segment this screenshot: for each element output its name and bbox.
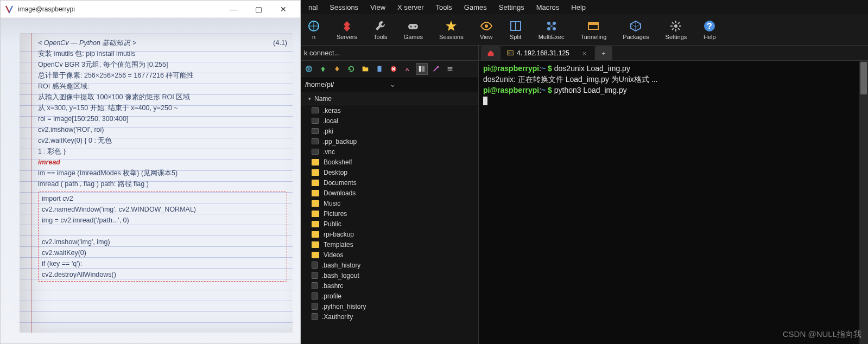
file-item[interactable]: Documents xyxy=(301,177,478,188)
menu-nal[interactable]: nal xyxy=(303,2,323,12)
menu-x-server[interactable]: X server xyxy=(392,2,429,12)
split-icon xyxy=(509,20,522,33)
file-item[interactable]: rpi-backup xyxy=(301,229,478,239)
folder-icon xyxy=(312,252,319,258)
menu-settings[interactable]: Settings xyxy=(493,2,530,12)
toolbtn-help[interactable]: ?Help xyxy=(700,18,719,41)
file-icon xyxy=(312,303,318,310)
file-item[interactable]: .profile xyxy=(301,291,478,301)
file-item[interactable]: Bookshelf xyxy=(301,157,478,167)
sftp-font-icon[interactable]: A xyxy=(402,63,414,75)
folder-icon xyxy=(312,128,319,134)
tab-add[interactable]: ＋ xyxy=(595,46,612,60)
sftp-refresh-icon[interactable] xyxy=(345,63,357,75)
toolbtn-packages[interactable]: Packages xyxy=(619,18,652,41)
toolbtn-settings[interactable]: Settings xyxy=(662,18,690,41)
mobaxterm-window: nalSessionsViewX serverToolsGamesSetting… xyxy=(301,0,868,344)
svg-rect-12 xyxy=(588,23,598,25)
svg-rect-28 xyxy=(508,51,514,55)
tab-ssh-session[interactable]: 4. 192.168.31.125 × xyxy=(502,46,594,60)
file-item[interactable]: Templates xyxy=(301,239,478,250)
toolbtn-multiexec[interactable]: MultiExec xyxy=(535,18,568,41)
svg-rect-23 xyxy=(422,66,425,72)
toolbtn-tunneling[interactable]: Tunneling xyxy=(577,18,610,41)
file-item[interactable]: Pictures xyxy=(301,208,478,219)
file-name: .local xyxy=(323,117,338,125)
file-name: Public xyxy=(324,220,341,228)
sftp-path-text: /home/pi/ xyxy=(305,80,387,88)
sftp-up-icon[interactable] xyxy=(317,63,329,75)
close-button[interactable]: ✕ xyxy=(271,1,296,18)
toolbtn-games[interactable]: Games xyxy=(401,18,426,41)
svg-point-13 xyxy=(674,24,677,28)
maximize-button[interactable]: ▢ xyxy=(246,1,271,18)
file-item[interactable]: Desktop xyxy=(301,167,478,177)
sftp-path[interactable]: /home/pi/ ⌄ xyxy=(301,77,478,92)
menu-tools[interactable]: Tools xyxy=(430,2,457,12)
file-name: .pki xyxy=(323,128,333,135)
svg-rect-25 xyxy=(448,67,453,67)
terminal-output[interactable]: pi@raspberrypi:~ $ dos2unix Load_img.pyd… xyxy=(479,61,868,344)
image-viewer-title: image@raspberrypi xyxy=(18,5,221,13)
file-item[interactable]: .local xyxy=(301,116,478,126)
file-item[interactable]: .pp_backup xyxy=(301,136,478,146)
toolbtn-sessions[interactable]: Sessions xyxy=(436,18,467,41)
tab-home[interactable] xyxy=(481,46,500,60)
toolbtn-servers[interactable]: Servers xyxy=(333,18,360,41)
folder-icon xyxy=(312,180,319,186)
file-item[interactable]: .bash_history xyxy=(301,260,478,270)
sftp-globe-icon[interactable] xyxy=(303,63,315,75)
sessions-icon xyxy=(445,20,458,33)
menu-games[interactable]: Games xyxy=(459,2,492,12)
toolbtn-split[interactable]: Split xyxy=(506,18,525,41)
file-item[interactable]: .pki xyxy=(301,126,478,136)
sftp-delete-icon[interactable] xyxy=(388,63,400,75)
menu-view[interactable]: View xyxy=(365,2,391,12)
svg-point-3 xyxy=(415,26,416,27)
toolbtn-tools[interactable]: Tools xyxy=(370,18,391,41)
sftp-newfolder-icon[interactable] xyxy=(359,63,371,75)
sftp-wand-icon[interactable] xyxy=(430,63,442,75)
terminal-tabbar: 4. 192.168.31.125 × ＋ xyxy=(479,46,868,61)
path-dropdown-icon[interactable]: ⌄ xyxy=(387,80,474,88)
file-item[interactable]: .python_history xyxy=(301,301,478,311)
sftp-view-icon[interactable] xyxy=(416,63,428,75)
file-item[interactable]: Music xyxy=(301,198,478,208)
file-item[interactable]: Downloads xyxy=(301,188,478,198)
toolbtn-view[interactable]: View xyxy=(477,18,496,41)
toolbtn-n[interactable]: n xyxy=(304,18,324,41)
file-item[interactable]: .keras xyxy=(301,105,478,116)
menu-macros[interactable]: Macros xyxy=(531,2,565,12)
folder-icon xyxy=(312,221,319,227)
file-name: Videos xyxy=(324,251,343,259)
file-item[interactable]: .vnc xyxy=(301,146,478,157)
svg-rect-19 xyxy=(378,66,382,72)
sftp-newfile-icon[interactable] xyxy=(373,63,385,75)
sftp-down-icon[interactable] xyxy=(331,63,343,75)
view-icon xyxy=(480,20,493,33)
file-item[interactable]: Videos xyxy=(301,250,478,260)
file-item[interactable]: .Xauthority xyxy=(301,311,478,322)
file-icon xyxy=(312,272,318,279)
menu-sessions[interactable]: Sessions xyxy=(324,2,364,12)
minimize-button[interactable]: — xyxy=(221,1,246,18)
file-item[interactable]: Public xyxy=(301,219,478,229)
terminal-scrollbar[interactable] xyxy=(859,61,868,344)
help-icon: ? xyxy=(703,20,716,33)
menubar: nalSessionsViewX serverToolsGamesSetting… xyxy=(301,0,868,14)
folder-icon xyxy=(312,149,319,155)
file-item[interactable]: .bash_logout xyxy=(301,270,478,281)
file-name: Music xyxy=(324,200,340,207)
folder-icon xyxy=(312,138,319,144)
session-icon xyxy=(307,20,320,33)
menu-help[interactable]: Help xyxy=(566,2,591,12)
sftp-sidebar: k connect... A /home/pi/ ⌄ ▾Name .keras xyxy=(301,46,479,344)
sftp-column-header[interactable]: ▾Name xyxy=(301,92,478,105)
file-item[interactable]: .bashrc xyxy=(301,281,478,291)
sftp-file-list[interactable]: .keras.local.pki.pp_backup.vncBookshelfD… xyxy=(301,105,478,344)
tab-close-icon[interactable]: × xyxy=(582,49,587,58)
sftp-menu-icon[interactable] xyxy=(444,63,456,75)
folder-icon xyxy=(312,107,319,113)
quick-connect-bar[interactable]: k connect... xyxy=(301,46,478,61)
file-name: Downloads xyxy=(324,189,356,197)
